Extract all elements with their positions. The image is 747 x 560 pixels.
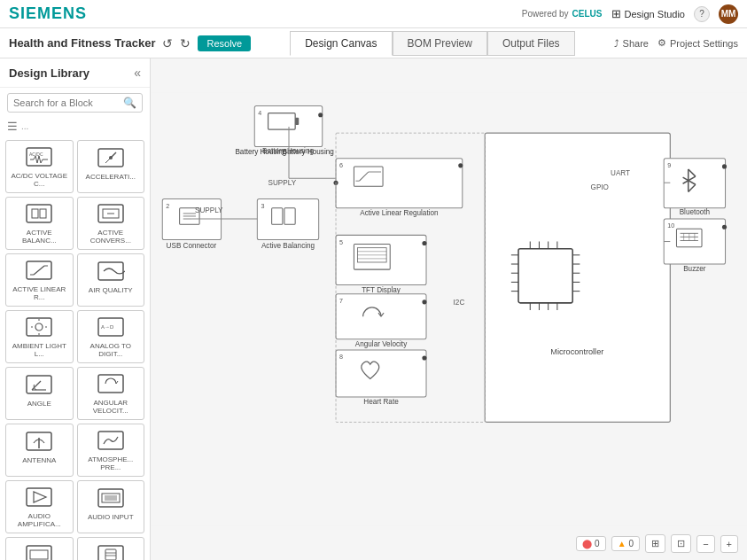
ambient-light-label: AMBIENT LIGHT L... [10,342,69,359]
search-input[interactable] [13,97,123,108]
sidebar-collapse-button[interactable]: « [134,66,141,80]
angular-velocity-icon [95,371,127,397]
svg-rect-131 [336,235,426,284]
svg-point-142 [422,299,426,304]
svg-rect-146 [336,350,426,397]
audio-input-label: AUDIO INPUT [88,513,134,522]
svg-text:Buzzer: Buzzer [683,265,706,273]
svg-text:Active Balancing: Active Balancing [261,242,315,250]
air-quality-icon [95,258,127,284]
svg-rect-111 [664,159,725,208]
redo-button[interactable]: ↻ [178,35,192,52]
component-ac-dc[interactable]: AC/DC AC/DC VOLTAGE C... [5,140,74,193]
undo-button[interactable]: ↺ [160,35,175,52]
active-balancing-icon [23,201,55,227]
svg-point-122 [722,225,727,229]
component-angular-velocity[interactable]: ANGULAR VELOCIT... [77,367,145,420]
adc-icon: A→D [95,315,127,340]
component-ambient-light[interactable]: AMBIENT LIGHT L... [5,310,74,363]
error-count: 0 [595,539,600,548]
svg-point-80 [458,163,463,167]
topbar: SIEMENS Powered by CELUS ⊞ Design Studio… [0,0,747,28]
svg-text:AC/DC: AC/DC [29,152,43,157]
avatar[interactable]: MM [719,4,738,24]
component-audio[interactable]: AUDIO [5,537,74,560]
resolve-button[interactable]: Resolve [198,35,251,51]
zoom-in-button[interactable]: + [720,535,738,553]
component-active-balancing[interactable]: ACTIVE BALANC... [5,197,74,250]
svg-point-113 [722,164,727,168]
list-view-icon[interactable]: ☰ [7,120,18,133]
design-library-sidebar: Design Library « 🔍 ☰ ... AC/DC AC/DC VOL… [0,58,151,560]
warning-icon: ▲ [618,539,626,548]
svg-text:Bluetooth: Bluetooth [680,208,710,216]
svg-line-4 [35,156,37,163]
svg-rect-50 [105,549,116,560]
authentication-icon [95,541,127,560]
svg-line-7 [41,159,43,163]
sidebar-header: Design Library « [0,58,150,88]
tab-output-files[interactable]: Output Files [487,31,575,56]
svg-text:SUPPLY: SUPPLY [268,179,297,187]
svg-rect-14 [32,209,38,218]
help-button[interactable]: ? [694,6,710,22]
svg-text:TFT Display: TFT Display [362,286,401,294]
component-active-converter[interactable]: ACTIVE CONVERS... [77,197,145,250]
grid-icon: ⊞ [611,7,621,20]
svg-text:A→D: A→D [101,324,114,330]
tab-bom-preview[interactable]: BOM Preview [393,31,487,56]
svg-rect-78 [336,159,463,208]
siemens-logo: SIEMENS [9,4,87,23]
secondbar: Health and Fitness Tracker ↺ ↻ Resolve D… [0,28,747,58]
tab-design-canvas[interactable]: Design Canvas [290,31,392,56]
warning-count-badge: ▲ 0 [611,536,640,551]
svg-text:Active Linear Regulation: Active Linear Regulation [360,209,438,217]
angular-velocity-label: ANGULAR VELOCIT... [82,399,141,416]
active-linear-label: ACTIVE LINEAR R... [10,285,69,302]
svg-point-12 [109,156,113,159]
antenna-icon [23,428,55,455]
svg-point-57 [318,113,323,117]
component-active-linear[interactable]: ACTIVE LINEAR R... [5,253,74,307]
svg-rect-140 [336,294,426,339]
svg-text:I2C: I2C [454,299,465,307]
svg-rect-87 [485,133,670,422]
project-settings-button[interactable]: ⚙ Project Settings [658,37,738,49]
svg-text:UART: UART [611,169,630,177]
svg-text:Heart Rate: Heart Rate [363,398,399,406]
warning-count: 0 [629,539,634,548]
component-antenna[interactable]: ANTENNA [5,424,74,477]
active-linear-icon [23,258,55,284]
search-box: 🔍 [7,93,143,113]
audio-amplifier-icon [23,485,55,510]
accelerometer-icon [95,144,127,171]
component-audio-input[interactable]: AUDIO INPUT [77,480,145,533]
svg-rect-15 [40,209,46,218]
audio-amplifier-label: AUDIO AMPLIFICA... [10,512,69,529]
component-atmospheric-pressure[interactable]: ATMOSPHE... PRE... [77,424,145,477]
active-converter-label: ACTIVE CONVERS... [82,229,141,245]
grid-toggle-button[interactable]: ⊞ [645,534,665,553]
zoom-out-button[interactable]: − [696,535,714,553]
component-adc[interactable]: A→D ANALOG TO DIGIT... [77,310,145,363]
svg-rect-23 [98,262,123,280]
share-button[interactable]: ⤴ Share [614,38,649,49]
design-canvas[interactable]: 4 Battery Housing Battery Housing Batter… [151,58,747,560]
share-icon: ⤴ [614,38,619,49]
svg-text:2: 2 [166,203,169,210]
svg-text:4: 4 [258,110,261,117]
component-air-quality[interactable]: AIR QUALITY [77,253,145,307]
svg-rect-35 [98,375,123,393]
sidebar-title: Design Library [9,66,89,80]
adc-label: ANALOG TO DIGIT... [82,342,141,359]
component-accelerometer[interactable]: ACCELERATI... [77,140,145,193]
fit-view-button[interactable]: ⊡ [671,534,691,553]
zoom-in-icon: + [727,539,732,549]
components-grid: AC/DC AC/DC VOLTAGE C... ACCELERATI... A… [0,136,150,560]
component-authentication[interactable]: AUTHENTI... [77,537,145,560]
error-icon: ⬤ [582,539,592,548]
svg-text:10: 10 [667,222,674,229]
search-icon: 🔍 [123,97,136,109]
component-audio-amplifier[interactable]: AUDIO AMPLIFICA... [5,480,74,533]
component-angle[interactable]: ANGLE [5,367,74,420]
